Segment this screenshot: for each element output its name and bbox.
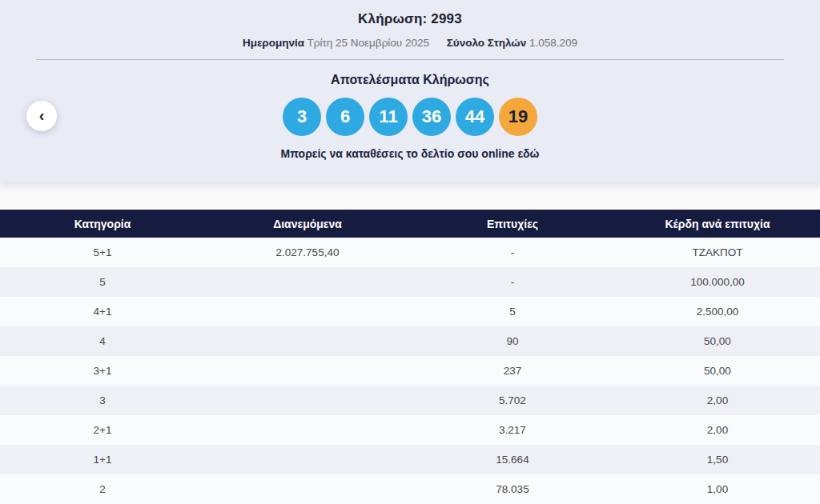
cell-prize: 2,00	[615, 394, 820, 406]
cell-prize: 50,00	[615, 335, 820, 347]
number-ball: 36	[412, 98, 451, 136]
cell-winners: 15.664	[410, 454, 615, 466]
draw-meta: Ημερομηνία Τρίτη 25 Νοεμβρίου 2025 Σύνολ…	[0, 37, 820, 49]
number-ball: 3	[283, 98, 321, 136]
cell-category: 1+1	[0, 454, 205, 466]
cell-winners: 5.702	[410, 394, 615, 406]
results-title: Αποτελέσματα Κλήρωσης	[0, 73, 820, 87]
cell-winners: 90	[410, 335, 615, 347]
cell-category: 4	[0, 335, 205, 347]
table-row: 4+1 5 2.500,00	[0, 297, 820, 326]
draw-number: 2993	[431, 11, 462, 26]
prize-table: Κατηγορία Διανεμόμενα Επιτυχίες Κέρδη αν…	[0, 210, 820, 504]
header-prize: Κέρδη ανά επιτυχία	[615, 218, 820, 230]
cell-winners: 237	[410, 365, 615, 377]
cell-prize: ΤΖΑΚΠΟΤ	[615, 246, 820, 258]
cell-category: 5+1	[0, 246, 205, 258]
draw-date: Ημερομηνία Τρίτη 25 Νοεμβρίου 2025	[243, 37, 432, 49]
cell-category: 4+1	[0, 306, 205, 318]
header-category: Κατηγορία	[0, 218, 205, 230]
cell-prize: 2,00	[615, 424, 820, 436]
table-header-row: Κατηγορία Διανεμόμενα Επιτυχίες Κέρδη αν…	[0, 210, 820, 238]
date-value: Τρίτη 25 Νοεμβρίου 2025	[308, 37, 429, 49]
submit-online-link[interactable]: Μπορείς να καταθέσεις το δελτίο σου onli…	[0, 147, 820, 160]
table-row: 3+1 237 50,00	[0, 356, 820, 386]
columns-value: 1.058.209	[529, 37, 577, 49]
header-distributed: Διανεμόμενα	[205, 218, 410, 230]
chevron-left-icon: ‹	[39, 107, 45, 123]
date-label: Ημερομηνία	[243, 37, 304, 49]
winning-numbers: 3 6 11 36 44 19	[0, 98, 820, 136]
joker-ball: 19	[499, 98, 537, 136]
cell-winners: 3.217	[410, 424, 615, 436]
table-row: 2 78.035 1,00	[0, 474, 820, 504]
number-ball: 11	[369, 98, 408, 136]
draw-summary-section: Κλήρωση: 2993 Ημερομηνία Τρίτη 25 Νοεμβρ…	[0, 0, 820, 182]
table-row: 4 90 50,00	[0, 326, 820, 356]
cell-prize: 1,50	[615, 454, 820, 466]
table-body: 5+1 2.027.755,40 - ΤΖΑΚΠΟΤ 5 - 100.000,0…	[0, 238, 820, 504]
cell-category: 2+1	[0, 424, 205, 436]
cell-prize: 50,00	[615, 365, 820, 377]
cell-winners: -	[410, 276, 615, 288]
cell-distributed: 2.027.755,40	[205, 246, 410, 258]
cell-prize: 1,00	[615, 483, 820, 495]
previous-draw-button[interactable]: ‹	[26, 101, 57, 131]
cell-winners: -	[410, 246, 615, 258]
header-winners: Επιτυχίες	[410, 218, 615, 230]
cell-winners: 5	[410, 306, 615, 318]
cell-prize: 2.500,00	[615, 306, 820, 318]
table-row: 5 - 100.000,00	[0, 267, 820, 297]
table-row: 3 5.702 2,00	[0, 386, 820, 415]
number-ball: 6	[326, 98, 364, 136]
cell-category: 5	[0, 276, 205, 288]
table-row: 1+1 15.664 1,50	[0, 445, 820, 474]
page-title: Κλήρωση: 2993	[0, 0, 820, 27]
draw-label: Κλήρωση:	[358, 11, 427, 26]
table-row: 2+1 3.217 2,00	[0, 415, 820, 445]
cell-winners: 78.035	[410, 483, 615, 495]
cell-category: 2	[0, 483, 205, 495]
number-ball: 44	[456, 98, 494, 136]
cell-category: 3+1	[0, 365, 205, 377]
total-columns: Σύνολο Στηλών 1.058.209	[447, 37, 577, 49]
columns-label: Σύνολο Στηλών	[447, 37, 526, 49]
table-row: 5+1 2.027.755,40 - ΤΖΑΚΠΟΤ	[0, 238, 820, 267]
cell-prize: 100.000,00	[615, 276, 820, 288]
cell-category: 3	[0, 394, 205, 406]
divider	[36, 59, 784, 60]
